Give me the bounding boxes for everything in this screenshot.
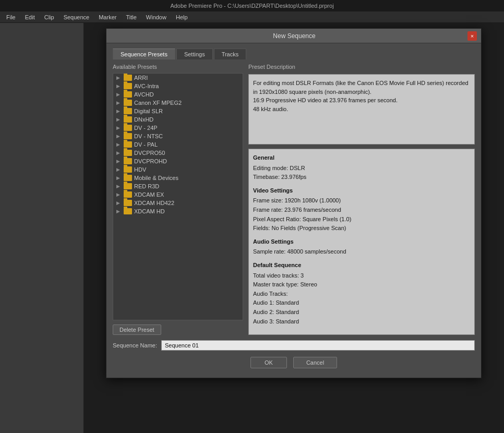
tab-settings[interactable]: Settings bbox=[176, 49, 213, 59]
list-item[interactable]: ▶ DVCPRO50 bbox=[113, 149, 243, 157]
list-item[interactable]: ▶ Mobile & Devices bbox=[113, 174, 243, 182]
dialog-actions: OK Cancel bbox=[113, 357, 475, 372]
list-item[interactable]: ▶ ARRI bbox=[113, 74, 243, 82]
folder-icon bbox=[124, 91, 132, 98]
preset-item-label: Mobile & Devices bbox=[134, 175, 178, 181]
folder-icon bbox=[124, 200, 132, 206]
folder-icon bbox=[124, 191, 132, 198]
dialog-title-bar: New Sequence × bbox=[106, 29, 481, 43]
new-sequence-dialog: New Sequence × Sequence Presets Settings… bbox=[106, 28, 482, 378]
frame-rate: Frame rate: 23.976 frames/second bbox=[253, 206, 470, 215]
list-item[interactable]: ▶ DV - NTSC bbox=[113, 132, 243, 140]
folder-icon bbox=[124, 125, 132, 131]
menu-file[interactable]: File bbox=[2, 13, 20, 21]
timebase: Timebase: 23.976fps bbox=[253, 173, 470, 182]
ok-button[interactable]: OK bbox=[250, 357, 287, 368]
list-item[interactable]: ▶ AVCHD bbox=[113, 90, 243, 99]
menu-title[interactable]: Title bbox=[122, 13, 140, 21]
delete-preset-button[interactable]: Delete Preset bbox=[113, 324, 161, 335]
tab-tracks[interactable]: Tracks bbox=[214, 49, 247, 59]
audio-1: Audio 1: Standard bbox=[253, 298, 470, 308]
dialog-tabs: Sequence Presets Settings Tracks bbox=[113, 49, 475, 59]
folder-icon bbox=[124, 108, 132, 114]
expand-arrow-icon: ▶ bbox=[116, 75, 122, 80]
presets-list[interactable]: ▶ ARRI ▶ AVC-Intra ▶ AVCHD bbox=[113, 73, 243, 320]
list-item[interactable]: ▶ DNxHD bbox=[113, 115, 243, 124]
audio-tracks-label: Audio Tracks: bbox=[253, 290, 470, 299]
folder-icon bbox=[124, 183, 132, 189]
preset-item-label: XDCAM HD bbox=[134, 208, 165, 214]
menu-sequence[interactable]: Sequence bbox=[59, 13, 94, 21]
folder-icon bbox=[124, 166, 132, 173]
preset-item-label: DNxHD bbox=[134, 116, 153, 123]
list-item[interactable]: ▶ HDV bbox=[113, 165, 243, 174]
video-heading: Video Settings bbox=[253, 186, 470, 196]
presets-label: Available Presets bbox=[113, 64, 243, 70]
description-panel: Preset Description For editing most DSLR… bbox=[248, 64, 475, 335]
preset-item-label: Canon XF MPEG2 bbox=[134, 100, 182, 106]
folder-icon bbox=[124, 141, 132, 148]
folder-icon bbox=[124, 150, 132, 156]
preset-item-label: Digital SLR bbox=[134, 108, 163, 114]
default-sequence-section: Default Sequence Total video tracks: 3 M… bbox=[253, 261, 470, 326]
sequence-name-input[interactable] bbox=[161, 340, 475, 351]
pixel-aspect: Pixel Aspect Ratio: Square Pixels (1.0) bbox=[253, 215, 470, 224]
sequence-name-row: Sequence Name: bbox=[113, 340, 475, 351]
expand-arrow-icon: ▶ bbox=[116, 117, 122, 122]
menu-clip[interactable]: Clip bbox=[40, 13, 58, 21]
dialog-title: New Sequence bbox=[121, 32, 467, 40]
menu-window[interactable]: Window bbox=[142, 13, 171, 21]
preset-item-label: ARRI bbox=[134, 75, 148, 81]
folder-icon bbox=[124, 208, 132, 214]
list-item[interactable]: ▶ XDCAM HD422 bbox=[113, 199, 243, 207]
folder-icon bbox=[124, 100, 132, 106]
list-item[interactable]: ▶ DV - PAL bbox=[113, 140, 243, 149]
expand-arrow-icon: ▶ bbox=[116, 209, 122, 214]
dialog-body: Sequence Presets Settings Tracks Availab… bbox=[106, 43, 481, 378]
sample-rate: Sample rate: 48000 samples/second bbox=[253, 247, 470, 257]
list-item[interactable]: ▶ RED R3D bbox=[113, 182, 243, 190]
expand-arrow-icon: ▶ bbox=[116, 200, 122, 206]
expand-arrow-icon: ▶ bbox=[116, 83, 122, 89]
folder-icon bbox=[124, 133, 132, 139]
folder-icon bbox=[124, 75, 132, 81]
preset-item-label: RED R3D bbox=[134, 183, 159, 189]
expand-arrow-icon: ▶ bbox=[116, 150, 122, 155]
cancel-button[interactable]: Cancel bbox=[293, 357, 337, 368]
dialog-overlay: New Sequence × Sequence Presets Settings… bbox=[83, 23, 504, 433]
menu-help[interactable]: Help bbox=[172, 13, 192, 21]
preset-item-label: DVCPROHD bbox=[134, 158, 167, 164]
audio-2: Audio 2: Standard bbox=[253, 308, 470, 317]
audio-heading: Audio Settings bbox=[253, 237, 470, 247]
list-item[interactable]: ▶ Canon XF MPEG2 bbox=[113, 99, 243, 107]
expand-arrow-icon: ▶ bbox=[116, 100, 122, 105]
menu-edit[interactable]: Edit bbox=[21, 13, 39, 21]
sequence-name-label: Sequence Name: bbox=[113, 342, 157, 348]
list-item[interactable]: ▶ XDCAM EX bbox=[113, 190, 243, 199]
preset-item-label: DV - 24P bbox=[134, 125, 158, 131]
menu-marker[interactable]: Marker bbox=[94, 13, 121, 21]
folder-icon bbox=[124, 116, 132, 123]
preset-description-box: For editing most DSLR Formats (like the … bbox=[248, 74, 475, 145]
folder-icon bbox=[124, 175, 132, 181]
tab-sequence-presets[interactable]: Sequence Presets bbox=[113, 49, 175, 59]
video-settings-section: Video Settings Frame size: 1920h 1080v (… bbox=[253, 186, 470, 233]
dialog-close-button[interactable]: × bbox=[467, 31, 477, 41]
list-item[interactable]: ▶ XDCAM HD bbox=[113, 207, 243, 215]
expand-arrow-icon: ▶ bbox=[116, 175, 122, 181]
expand-arrow-icon: ▶ bbox=[116, 142, 122, 147]
expand-arrow-icon: ▶ bbox=[116, 184, 122, 189]
preset-item-label: AVC-Intra bbox=[134, 83, 159, 89]
total-video-tracks: Total video tracks: 3 bbox=[253, 271, 470, 281]
master-track-type: Master track type: Stereo bbox=[253, 280, 470, 290]
folder-icon bbox=[124, 83, 132, 89]
list-item[interactable]: ▶ DV - 24P bbox=[113, 124, 243, 132]
list-item[interactable]: ▶ AVC-Intra bbox=[113, 82, 243, 90]
list-item[interactable]: ▶ Digital SLR bbox=[113, 107, 243, 115]
list-item[interactable]: ▶ DVCPROHD bbox=[113, 157, 243, 165]
preset-item-label: XDCAM EX bbox=[134, 191, 164, 198]
preset-description-label: Preset Description bbox=[248, 64, 475, 70]
expand-arrow-icon: ▶ bbox=[116, 92, 122, 97]
menu-bar: File Edit Clip Sequence Marker Title Win… bbox=[0, 11, 504, 23]
folder-icon bbox=[124, 158, 132, 164]
